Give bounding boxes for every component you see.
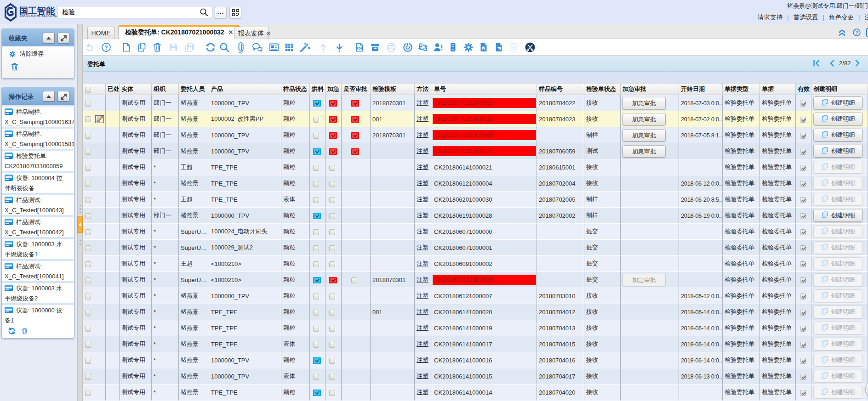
svg-text:PDF: PDF (356, 47, 363, 50)
svg-text:?: ? (855, 30, 858, 35)
svg-text:?: ? (104, 44, 108, 51)
